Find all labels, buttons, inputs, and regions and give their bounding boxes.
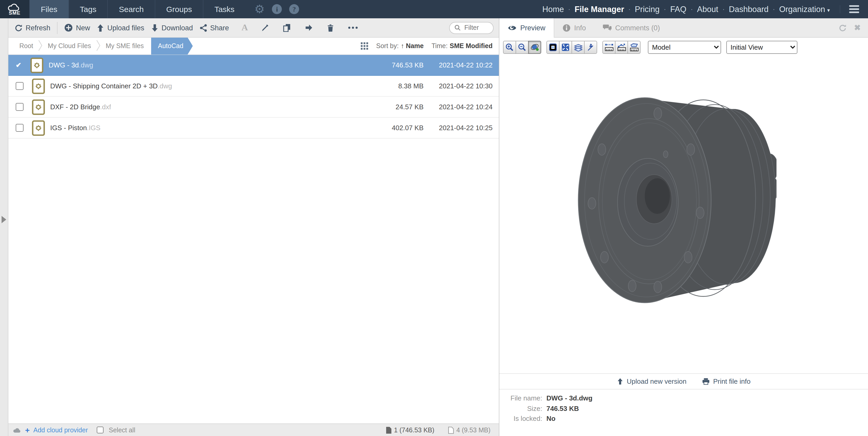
zoom-out-button[interactable] [516,41,529,54]
refresh-button[interactable]: Refresh [14,24,51,32]
zoom-window-button[interactable] [547,41,559,54]
nav-tab-label: Groups [166,5,192,13]
model-layout-select[interactable]: Model [648,41,721,54]
upload-new-version-label: Upload new version [627,377,686,385]
edit-button[interactable] [259,24,270,32]
row-checkbox[interactable] [16,124,24,132]
file-row-dwg-3d[interactable]: ✔ DWG - 3d.dwg 746.53 KB 2021-04-22 10:2… [8,55,499,76]
share-icon [200,24,207,32]
detail-row-size: Size: 746.53 KB [499,403,868,413]
sme-logo[interactable]: SME [0,0,29,18]
breadcrumb-my-cloud-files[interactable]: My Cloud Files [43,42,96,50]
hamburger-menu-button[interactable] [840,5,868,13]
file-name: DWG - Shipping Container 2D + 3D.dwg [50,82,172,90]
row-checkbox[interactable] [16,82,24,90]
share-button[interactable]: Share [200,24,229,32]
file-manager-app: SME Files Tags Search Groups Tasks ⚙ i ?… [0,0,868,436]
nav-dot: · [771,5,776,13]
total-count-text: 4 (9.53 MB) [456,426,491,434]
tab-preview-label: Preview [520,24,546,32]
measure-points-button[interactable] [615,41,628,54]
nav-link-label: Organization [779,4,825,13]
measure-distance-button[interactable] [602,41,615,54]
cad-file-icon [30,57,43,73]
expand-sidebar-arrow[interactable] [2,216,6,223]
select-cursor-button[interactable] [584,41,597,54]
settings-gear-icon[interactable]: ⚙ [254,4,265,14]
print-file-info-label: Print file info [713,377,751,385]
nav-icon-cluster: ⚙ i ? [254,0,299,18]
tab-comments[interactable]: Comments (0) [594,18,668,37]
close-preview-icon[interactable]: ✖ [854,23,861,32]
file-row-piston[interactable]: IGS - Piston.IGS 402.07 KB 2021-04-22 10… [8,118,499,138]
nav-link-about[interactable]: About [694,4,721,14]
nav-tab-tasks[interactable]: Tasks [203,0,246,18]
delete-button[interactable] [325,24,336,32]
file-extension: .dwg [79,61,93,69]
orbit-button[interactable] [528,41,541,54]
cad-viewer: Model Initial View [499,38,868,373]
zoom-button-group [503,41,541,54]
logo-text: SME [9,10,21,15]
view-button-group [547,41,597,54]
select-all-label: Select all [109,426,135,434]
forward-arrow-icon [305,24,313,31]
new-button[interactable]: New [65,24,90,32]
more-actions-button[interactable] [347,27,359,29]
nav-links: Home · File Manager · Pricing · FAQ · Ab… [539,0,868,18]
grid-view-icon[interactable] [361,42,368,50]
sort-by-label: Sort by: [376,42,399,50]
upload-new-version-button[interactable]: Upload new version [617,377,686,385]
file-row-2d-bridge[interactable]: DXF - 2D Bridge.dxf 24.57 KB 2021-04-22 … [8,97,499,118]
view-select[interactable]: Initial View [726,41,798,54]
upload-files-button[interactable]: Upload files [97,24,144,32]
nav-link-organization[interactable]: Organization▾ [776,4,832,14]
breadcrumb-autocad-current[interactable]: AutoCad [151,37,193,55]
measure-area-button[interactable] [627,41,641,54]
nav-tab-files[interactable]: Files [29,0,68,18]
add-cloud-provider-link[interactable]: Add cloud provider [33,426,88,434]
move-button[interactable] [303,24,314,31]
file-size: 402.07 KB [365,124,424,132]
nav-link-dashboard[interactable]: Dashboard [726,4,771,14]
cad-model-render[interactable] [578,90,776,308]
file-toolbar: Refresh New Upload files Download S [8,18,499,38]
search-icon [455,25,461,31]
check-icon[interactable]: ✔ [16,61,24,69]
nav-link-faq[interactable]: FAQ [668,4,689,14]
add-provider-plus-icon[interactable]: + [25,426,30,434]
nav-tab-groups[interactable]: Groups [155,0,203,18]
detail-row-is-locked: Is locked: No [499,413,868,424]
time-mode-control[interactable]: Time:SME Modified [432,42,493,50]
file-name: IGS - Piston.IGS [50,124,100,132]
breadcrumb-root[interactable]: Root [14,42,38,50]
info-icon[interactable]: i [272,4,282,14]
layers-button[interactable] [571,41,585,54]
filter-input[interactable] [463,24,488,32]
trash-icon [327,24,334,32]
preview-refresh-icon[interactable] [839,24,847,32]
breadcrumb-my-sme-files[interactable]: My SME files [101,42,149,50]
help-icon[interactable]: ? [289,4,299,14]
download-button[interactable]: Download [151,24,193,32]
nav-tab-search[interactable]: Search [107,0,155,18]
zoom-extents-button[interactable] [559,41,572,54]
tab-info[interactable]: Info [554,18,594,37]
print-file-info-button[interactable]: Print file info [702,377,751,385]
file-row-shipping-container[interactable]: DWG - Shipping Container 2D + 3D.dwg 8.3… [8,76,499,97]
nav-link-home[interactable]: Home [539,4,566,14]
cad-file-icon [32,78,45,94]
sort-by-control[interactable]: Sort by:↑ Name [376,42,424,50]
file-date: 2021-04-22 10:24 [424,103,493,111]
row-checkbox[interactable] [16,103,24,111]
select-all-checkbox[interactable] [97,427,103,433]
zoom-in-button[interactable] [503,41,516,54]
copy-button[interactable] [281,24,292,32]
file-list-panel: Refresh New Upload files Download S [8,18,499,436]
nav-link-file-manager[interactable]: File Manager [572,4,627,14]
format-text-button[interactable]: A [240,23,250,33]
printer-icon [702,378,710,385]
nav-tab-tags[interactable]: Tags [68,0,107,18]
nav-link-pricing[interactable]: Pricing [632,4,662,14]
tab-preview[interactable]: Preview [499,18,554,38]
